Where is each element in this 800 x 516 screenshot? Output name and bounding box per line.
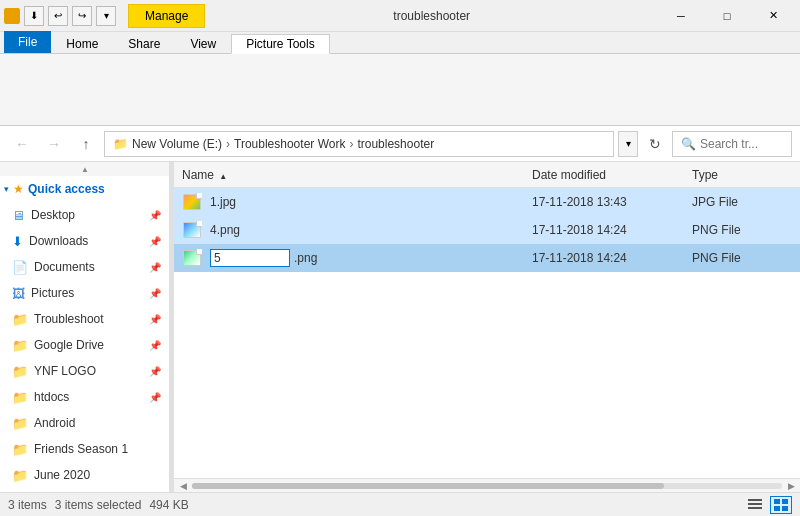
- file-list: 1.jpg 17-11-2018 13:43 JPG File 4.png 17…: [174, 188, 800, 478]
- refresh-button[interactable]: ↻: [642, 131, 668, 157]
- title-bar-left: ⬇ ↩ ↪ ▾ Manage: [4, 4, 205, 28]
- breadcrumb-sep1: ›: [226, 137, 230, 151]
- minimize-button[interactable]: ─: [658, 0, 704, 32]
- large-icons-view-icon: [774, 499, 788, 511]
- up-button[interactable]: ↑: [72, 130, 100, 158]
- close-button[interactable]: ✕: [750, 0, 796, 32]
- file-date: 17-11-2018 14:24: [532, 251, 692, 265]
- ribbon-tabs: File Home Share View Picture Tools: [0, 32, 800, 54]
- pin-icon-htdocs: 📌: [149, 392, 161, 403]
- hscroll-left-btn[interactable]: ◀: [176, 479, 190, 493]
- sidebar-item-android[interactable]: 📁 Android: [0, 410, 169, 436]
- col-date-header[interactable]: Date modified: [532, 168, 692, 182]
- hscroll-track: [192, 483, 782, 489]
- pin-icon-downloads: 📌: [149, 236, 161, 247]
- folder-icon-gdrive: 📁: [12, 338, 28, 353]
- sidebar-item-ynf-logo[interactable]: 📁 YNF LOGO 📌: [0, 358, 169, 384]
- tab-view[interactable]: View: [175, 34, 231, 53]
- quick-access-label: Quick access: [28, 182, 105, 196]
- breadcrumb-troubleshooter-work[interactable]: Troubleshooter Work: [234, 137, 345, 151]
- hscroll-thumb[interactable]: [192, 483, 664, 489]
- breadcrumb-current[interactable]: troubleshooter: [357, 137, 434, 151]
- horizontal-scrollbar[interactable]: ◀ ▶: [174, 478, 800, 492]
- dropdown-btn[interactable]: ▾: [96, 6, 116, 26]
- col-name-header[interactable]: Name ▲: [182, 168, 532, 182]
- sidebar-item-android-label: Android: [34, 416, 75, 430]
- search-box[interactable]: 🔍: [672, 131, 792, 157]
- tab-picture-tools[interactable]: Picture Tools: [231, 34, 329, 54]
- folder-icon-friends: 📁: [12, 442, 28, 457]
- selected-count: 3 items selected: [55, 498, 142, 512]
- file-size: 494 KB: [149, 498, 188, 512]
- search-icon: 🔍: [681, 137, 696, 151]
- pin-icon-ynf: 📌: [149, 366, 161, 377]
- sidebar-item-htdocs[interactable]: 📁 htdocs 📌: [0, 384, 169, 410]
- hscroll-right-btn[interactable]: ▶: [784, 479, 798, 493]
- sidebar-item-troubleshoot[interactable]: 📁 Troubleshoot 📌: [0, 306, 169, 332]
- sort-icon-name: ▲: [219, 172, 227, 181]
- file-name-cell-rename[interactable]: .png: [210, 249, 532, 267]
- search-input[interactable]: [700, 137, 780, 151]
- svg-rect-1: [748, 503, 762, 505]
- table-row[interactable]: .png 17-11-2018 14:24 PNG File: [174, 244, 800, 272]
- file-name-text: 4.png: [210, 223, 240, 237]
- main-area: ▲ ▾ ★ Quick access 🖥 Desktop 📌 ⬇ Downloa…: [0, 162, 800, 492]
- sidebar-scroll-up[interactable]: ▲: [0, 162, 170, 176]
- sidebar-item-desktop[interactable]: 🖥 Desktop 📌: [0, 202, 169, 228]
- redo-btn[interactable]: ↪: [72, 6, 92, 26]
- sidebar-item-friends-season[interactable]: 📁 Friends Season 1: [0, 436, 169, 462]
- pictures-icon: 🖼: [12, 286, 25, 301]
- sidebar-item-june-2020[interactable]: 📁 June 2020: [0, 462, 169, 488]
- view-details-btn[interactable]: [744, 496, 766, 514]
- window-title: troubleshooter: [205, 9, 658, 23]
- sidebar-item-htdocs-label: htdocs: [34, 390, 69, 404]
- svg-rect-2: [748, 507, 762, 509]
- documents-icon: 📄: [12, 260, 28, 275]
- quick-access-btn[interactable]: ⬇: [24, 6, 44, 26]
- tab-share[interactable]: Share: [113, 34, 175, 53]
- file-name-cell: 1.jpg: [210, 195, 532, 209]
- sidebar-item-ynf-label: YNF LOGO: [34, 364, 96, 378]
- svg-rect-6: [782, 506, 788, 511]
- file-type: PNG File: [692, 223, 792, 237]
- tab-file[interactable]: File: [4, 31, 51, 53]
- file-icon-png-5: [182, 250, 202, 266]
- tab-home[interactable]: Home: [51, 34, 113, 53]
- file-list-header: Name ▲ Date modified Type: [174, 162, 800, 188]
- sidebar-item-documents[interactable]: 📄 Documents 📌: [0, 254, 169, 280]
- file-name-text: 1.jpg: [210, 195, 236, 209]
- svg-rect-4: [782, 499, 788, 504]
- sidebar-quick-access-header[interactable]: ▾ ★ Quick access: [0, 176, 169, 202]
- pin-icon-pics: 📌: [149, 288, 161, 299]
- folder-icon-htdocs: 📁: [12, 390, 28, 405]
- sidebar-item-pictures[interactable]: 🖼 Pictures 📌: [0, 280, 169, 306]
- maximize-button[interactable]: □: [704, 0, 750, 32]
- desktop-icon: 🖥: [12, 208, 25, 223]
- breadcrumb-dropdown[interactable]: ▾: [618, 131, 638, 157]
- breadcrumb-new-volume[interactable]: New Volume (E:): [132, 137, 222, 151]
- app-icon: [4, 8, 20, 24]
- file-type: JPG File: [692, 195, 792, 209]
- breadcrumb[interactable]: 📁 New Volume (E:) › Troubleshooter Work …: [104, 131, 614, 157]
- folder-icon-android: 📁: [12, 416, 28, 431]
- sidebar-item-google-drive[interactable]: 📁 Google Drive 📌: [0, 332, 169, 358]
- table-row[interactable]: 4.png 17-11-2018 14:24 PNG File: [174, 216, 800, 244]
- sidebar-item-desktop-label: Desktop: [31, 208, 75, 222]
- pin-icon-ts: 📌: [149, 314, 161, 325]
- status-bar-right: [744, 496, 792, 514]
- sidebar-item-downloads[interactable]: ⬇ Downloads 📌: [0, 228, 169, 254]
- table-row[interactable]: 1.jpg 17-11-2018 13:43 JPG File: [174, 188, 800, 216]
- view-large-icons-btn[interactable]: [770, 496, 792, 514]
- sidebar-item-speeli[interactable]: 📁 Speeli: [0, 488, 169, 492]
- svg-rect-0: [748, 499, 762, 501]
- folder-icon-ynf: 📁: [12, 364, 28, 379]
- file-area: Name ▲ Date modified Type 1.jpg: [174, 162, 800, 492]
- col-type-header[interactable]: Type: [692, 168, 792, 182]
- pin-icon: 📌: [149, 210, 161, 221]
- forward-button[interactable]: →: [40, 130, 68, 158]
- file-rename-input[interactable]: [210, 249, 290, 267]
- back-button[interactable]: ←: [8, 130, 36, 158]
- manage-tab[interactable]: Manage: [128, 4, 205, 28]
- undo-btn[interactable]: ↩: [48, 6, 68, 26]
- file-name-cell: 4.png: [210, 223, 532, 237]
